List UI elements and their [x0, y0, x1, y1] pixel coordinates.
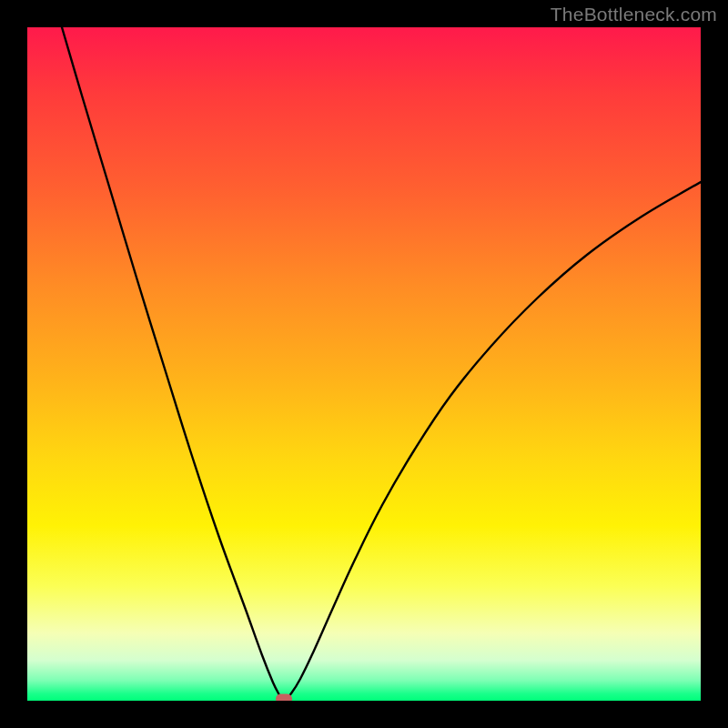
chart-frame: TheBottleneck.com: [0, 0, 728, 728]
watermark-text: TheBottleneck.com: [551, 4, 717, 25]
plot-area: [27, 27, 701, 701]
curve-svg: [27, 27, 701, 701]
bottleneck-curve: [62, 27, 701, 700]
bottleneck-marker: [276, 694, 292, 702]
